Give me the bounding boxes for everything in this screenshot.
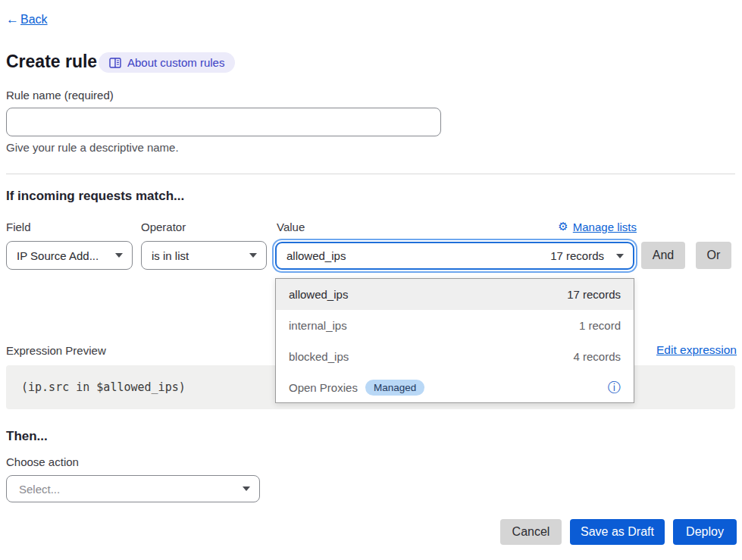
and-button[interactable]: And: [641, 242, 685, 269]
edit-expression-link[interactable]: Edit expression: [656, 343, 737, 357]
about-badge-label: About custom rules: [127, 56, 224, 69]
manage-lists-label: Manage lists: [573, 221, 637, 233]
rule-name-input[interactable]: [6, 108, 441, 136]
list-option-internal-ips[interactable]: internal_ips 1 record: [276, 310, 634, 341]
rule-name-help-text: Give your rule a descriptive name.: [6, 141, 179, 154]
operator-select[interactable]: is in list: [141, 241, 267, 270]
back-link[interactable]: ← Back: [6, 12, 48, 27]
value-column-label: Value: [277, 221, 305, 233]
section-divider: [6, 174, 735, 174]
or-button[interactable]: Or: [696, 242, 731, 269]
gear-icon: ⚙: [558, 220, 568, 233]
list-option-records: 4 records: [573, 350, 621, 363]
choose-action-label: Choose action: [6, 455, 79, 468]
cancel-button[interactable]: Cancel: [500, 519, 562, 545]
expression-preview-label: Expression Preview: [6, 344, 106, 357]
list-option-allowed-ips[interactable]: allowed_ips 17 records: [276, 279, 634, 310]
chevron-down-icon: [616, 254, 624, 258]
info-icon[interactable]: ⓘ: [608, 381, 621, 394]
book-icon: [109, 58, 121, 68]
list-option-name: internal_ips: [289, 319, 347, 332]
value-select-records-count: 17 records: [550, 249, 604, 262]
field-select-value: IP Source Add...: [7, 249, 115, 262]
list-option-blocked-ips[interactable]: blocked_ips 4 records: [276, 341, 634, 372]
page-title: Create rule: [6, 52, 97, 72]
match-section-title: If incoming requests match...: [6, 189, 184, 204]
list-option-name: allowed_ips: [289, 288, 348, 301]
save-as-draft-button[interactable]: Save as Draft: [570, 519, 665, 545]
list-option-open-proxies[interactable]: Open Proxies Managed ⓘ: [276, 372, 634, 403]
chevron-down-icon: [249, 253, 257, 258]
value-select-value: allowed_ips: [277, 249, 550, 262]
list-option-records: 17 records: [567, 288, 621, 301]
expression-code: (ip.src in $allowed_ips): [21, 380, 186, 394]
action-select-placeholder: Select...: [7, 483, 243, 496]
operator-column-label: Operator: [141, 221, 186, 233]
managed-badge: Managed: [365, 380, 424, 396]
create-rule-page: ← Back Create rule About custom rules Ru…: [0, 0, 742, 560]
action-select[interactable]: Select...: [6, 475, 260, 502]
list-dropdown-menu: allowed_ips 17 records internal_ips 1 re…: [275, 278, 634, 403]
deploy-button[interactable]: Deploy: [673, 519, 737, 545]
operator-select-value: is in list: [142, 249, 249, 262]
back-link-label: Back: [20, 13, 48, 27]
list-option-records: 1 record: [579, 319, 621, 332]
about-custom-rules-link[interactable]: About custom rules: [99, 52, 235, 73]
list-option-name: blocked_ips: [289, 350, 349, 363]
manage-lists-link[interactable]: ⚙ Manage lists: [558, 220, 637, 233]
list-option-name: Open Proxies: [289, 381, 358, 394]
chevron-down-icon: [115, 253, 123, 258]
chevron-down-icon: [243, 486, 250, 491]
value-select[interactable]: allowed_ips 17 records: [275, 242, 634, 270]
then-section-title: Then...: [6, 429, 48, 444]
rule-name-label: Rule name (required): [6, 89, 114, 102]
field-select[interactable]: IP Source Add...: [6, 241, 133, 270]
field-column-label: Field: [6, 221, 31, 233]
back-arrow-icon: ←: [6, 12, 19, 27]
